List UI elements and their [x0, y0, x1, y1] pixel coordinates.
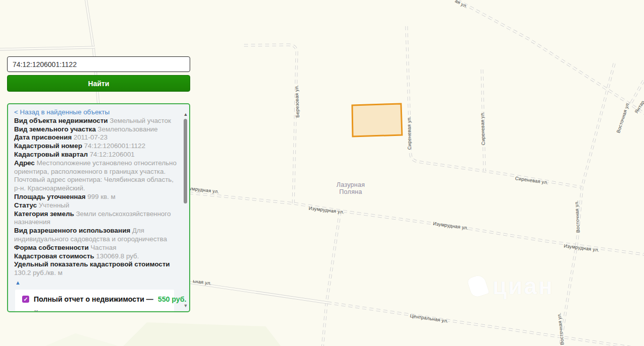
road-vostochnaya: [560, 63, 614, 346]
field-specific-value: Удельный показатель кадастровой стоимост…: [14, 260, 177, 278]
scroll-down-icon[interactable]: ▼: [183, 304, 189, 308]
cadastral-map-app: Березовая ул. Сиреневая ул. Сиреневая ул…: [0, 0, 644, 346]
offer-bullet-item: •Кадастровая стоимость,: [30, 308, 170, 312]
field-permitted-use: Вид разрешенного использования Для индив…: [14, 227, 177, 244]
scroll-up-icon[interactable]: ▲: [183, 112, 189, 117]
panel-scrollbar[interactable]: ▲ ▼: [183, 112, 189, 309]
parcel-highlight[interactable]: [352, 104, 402, 136]
watermark-text: циан: [493, 274, 554, 298]
scrollbar-thumb[interactable]: [184, 119, 187, 203]
field-address: Адрес Местоположение установлено относит…: [14, 159, 177, 193]
road-mid-vertical: [323, 212, 340, 346]
offer-box: ✓ Полный отчет о недвижимости — 550 руб.…: [15, 290, 174, 312]
vegetation-area: [45, 322, 281, 346]
bullet-dot: •: [30, 309, 32, 312]
field-land-category: Категория земель Земли сельскохозяйствен…: [14, 210, 177, 227]
watermark-logo-icon: [467, 274, 490, 299]
field-parcel-type: Вид земельного участка Землепользование: [14, 125, 177, 134]
street-label-sirenevaya-west: Сиреневая ул.: [406, 116, 412, 150]
map-watermark: циан: [469, 274, 554, 298]
field-cadastral-block: Кадастровый квартал 74:12:1206001: [14, 151, 177, 159]
full-report-option[interactable]: ✓ Полный отчет о недвижимости — 550 руб.: [22, 295, 170, 304]
field-cadastral-value: Кадастровая стоимость 130069.8 руб.: [14, 252, 177, 261]
offer-title: Полный отчет о недвижимости —: [34, 295, 153, 304]
field-object-type: Вид объекта недвижимости Земельный участ…: [14, 117, 177, 125]
road-sirenevaya-west: [407, 26, 583, 187]
road-berezovaya: [244, 45, 297, 204]
field-ownership-form: Форма собственности Частная: [14, 244, 177, 252]
report-checkbox[interactable]: ✓: [22, 296, 29, 303]
place-label-lazurnaya-polyana: Лазурная Поляна: [337, 181, 365, 195]
check-icon: ✓: [23, 297, 28, 302]
road-yantarnaya: [451, 0, 644, 115]
offer-price: 550 руб.: [158, 295, 187, 304]
street-label-sirenevaya-east: Сиреневая ул.: [479, 112, 486, 146]
object-info-panel: < Назад в найденные объекты Вид объекта …: [7, 103, 190, 312]
field-status: Статус Учтенный: [14, 201, 177, 210]
field-cadastral-number: Кадастровый номер 74:12:1206001:1122: [14, 142, 177, 151]
field-area: Площадь уточненная 999 кв. м: [14, 193, 177, 201]
search-input[interactable]: [7, 56, 190, 72]
field-assign-date: Дата присвоения 2011-07-23: [14, 133, 177, 142]
collapse-up-icon[interactable]: ▲: [15, 279, 22, 286]
street-label-berezovaya: Березовая ул.: [293, 85, 300, 117]
find-button[interactable]: Найти: [7, 75, 190, 92]
back-link[interactable]: < Назад в найденные объекты: [14, 108, 177, 117]
